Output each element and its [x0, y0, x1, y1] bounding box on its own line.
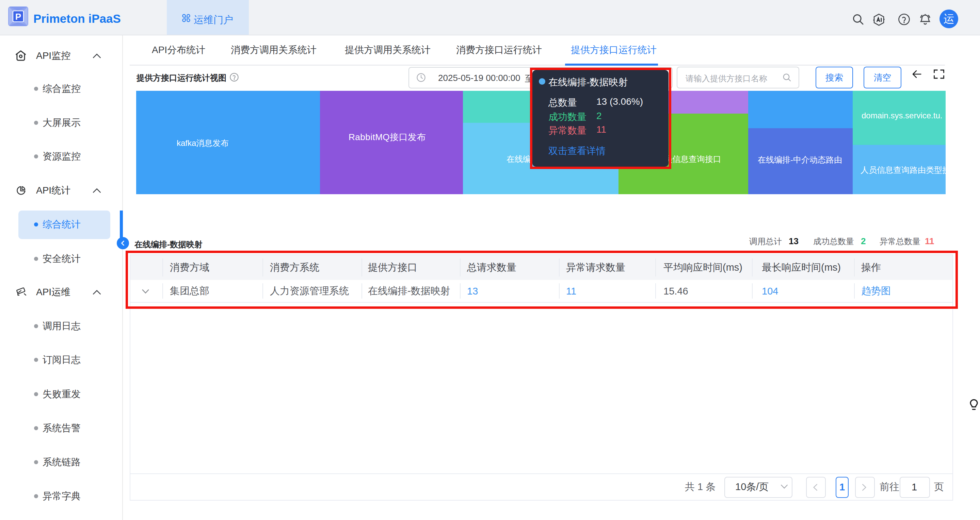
svg-text:P: P [15, 11, 21, 22]
